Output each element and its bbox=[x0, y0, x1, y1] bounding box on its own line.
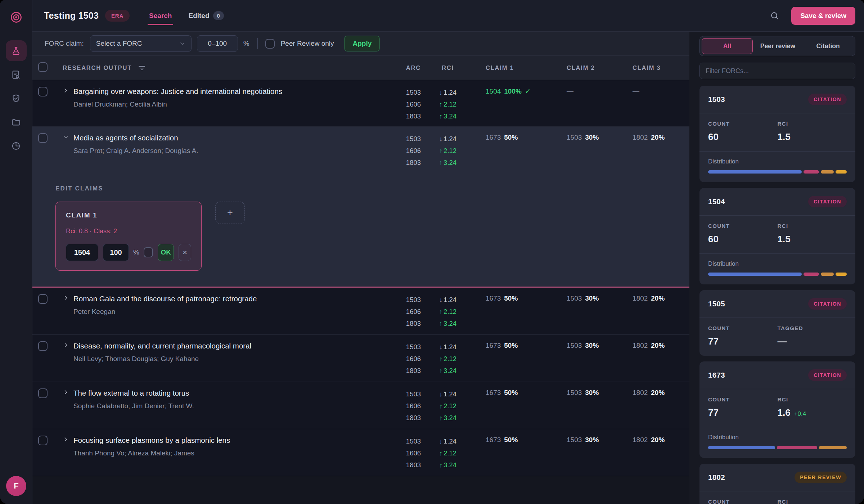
tab-citation[interactable]: Citation bbox=[803, 38, 853, 54]
table-row[interactable]: Focusing surface plasmons by a plasmonic… bbox=[32, 429, 689, 476]
trend-down-icon: ↓ bbox=[439, 343, 442, 351]
peer-review-checkbox[interactable] bbox=[265, 39, 275, 49]
select-all-checkbox[interactable] bbox=[38, 62, 48, 72]
apply-button[interactable]: Apply bbox=[344, 36, 380, 51]
sidebar-item-document-search[interactable] bbox=[6, 64, 27, 85]
add-claim-button[interactable]: + bbox=[215, 202, 245, 224]
research-output-header: RESEARCH OUTPUT bbox=[63, 64, 132, 71]
left-sidebar: F bbox=[0, 0, 32, 504]
claim-checkbox[interactable] bbox=[144, 247, 153, 257]
search-icon[interactable] bbox=[770, 10, 780, 21]
arc-codes: 150316061803 bbox=[374, 132, 421, 168]
table-row[interactable]: The flow external to a rotating torusSop… bbox=[32, 382, 689, 429]
table-row[interactable]: Roman Gaia and the discourse of patronag… bbox=[32, 288, 689, 335]
arc-codes: 150316061803 bbox=[374, 340, 421, 377]
filter-funnel-icon[interactable] bbox=[138, 64, 146, 72]
arc-codes: 150316061803 bbox=[374, 86, 421, 122]
row-checkbox[interactable] bbox=[38, 87, 48, 96]
divider bbox=[257, 38, 258, 49]
claim-percent-input[interactable] bbox=[103, 244, 129, 261]
claim-forc-input[interactable] bbox=[66, 244, 98, 261]
forc-code: 1503 bbox=[708, 95, 725, 104]
row-checkbox[interactable] bbox=[38, 294, 48, 304]
claim-remove-button[interactable]: × bbox=[179, 244, 191, 261]
row-authors: Sophie Calabretto; Jim Denier; Trent W. bbox=[73, 400, 374, 411]
col-claim2: CLAIM 2 bbox=[556, 64, 622, 71]
row-checkbox[interactable] bbox=[38, 341, 48, 351]
trend-down-icon: ↓ bbox=[439, 437, 442, 445]
chevron-right-icon[interactable] bbox=[63, 342, 69, 348]
sidebar-item-flask[interactable] bbox=[6, 40, 27, 61]
trend-up-icon: ↑ bbox=[439, 461, 442, 469]
shield-check-icon bbox=[11, 94, 21, 103]
table-row[interactable]: Bargaining over weapons: Justice and int… bbox=[32, 80, 689, 127]
forc-claim-label: FORC claim: bbox=[45, 40, 84, 48]
row-title[interactable]: Media as agents of socialization bbox=[73, 132, 374, 143]
row-authors: Thanh Phong Vo; Alireza Maleki; James bbox=[73, 447, 374, 459]
arc-codes: 150316061803 bbox=[374, 435, 421, 471]
forc-code: 1673 bbox=[708, 371, 725, 379]
forc-card[interactable]: 1673CITATIONCOUNT77RCI1.6+0.4Distributio… bbox=[699, 361, 855, 458]
row-title[interactable]: Bargaining over weapons: Justice and int… bbox=[73, 86, 374, 97]
forc-stats: COUNT7791RCI1.6+0.4 bbox=[699, 491, 855, 504]
claim-card-meta: Rci: 0.8 · Class: 2 bbox=[66, 228, 191, 235]
forc-select[interactable]: Select a FORC bbox=[90, 35, 192, 52]
tab-all[interactable]: All bbox=[702, 38, 753, 54]
forc-select-value: Select a FORC bbox=[96, 40, 179, 48]
page-title: Testing 1503 bbox=[44, 10, 99, 21]
stat-value: 77 bbox=[708, 336, 778, 347]
sidebar-item-shield-check[interactable] bbox=[6, 88, 27, 109]
main-area: FORC claim: Select a FORC % Peer Review … bbox=[32, 32, 689, 504]
app-logo[interactable] bbox=[8, 9, 24, 25]
distribution-label: Distribution bbox=[708, 260, 847, 267]
user-avatar[interactable]: F bbox=[6, 476, 26, 496]
table-row[interactable]: Media as agents of socializationSara Pro… bbox=[32, 127, 689, 173]
chevron-right-icon[interactable] bbox=[63, 295, 69, 301]
trend-down-icon: ↓ bbox=[439, 296, 442, 303]
row-checkbox[interactable] bbox=[38, 436, 48, 445]
forc-stats: COUNT60RCI1.5 bbox=[699, 113, 855, 151]
sidebar-item-pie-chart[interactable] bbox=[6, 135, 27, 156]
distribution-segment bbox=[821, 273, 833, 276]
tab-search[interactable]: Search bbox=[149, 12, 172, 20]
chevron-down-icon[interactable] bbox=[63, 134, 69, 140]
edited-count-badge: 0 bbox=[213, 11, 224, 20]
save-review-button[interactable]: Save & review bbox=[791, 7, 855, 25]
trend-up-icon: ↑ bbox=[439, 402, 442, 410]
document-search-icon bbox=[11, 70, 21, 80]
row-title[interactable]: Disease, normality, and current pharmaco… bbox=[73, 340, 374, 351]
tab-peer-review[interactable]: Peer review bbox=[753, 38, 803, 54]
stat-value: 77 bbox=[708, 407, 778, 418]
forc-filter-input[interactable] bbox=[699, 63, 855, 79]
claim-3-value: 180220% bbox=[622, 387, 684, 397]
distribution-label: Distribution bbox=[708, 158, 847, 165]
stat-label: RCI bbox=[778, 223, 847, 229]
forc-card[interactable]: 1503CITATIONCOUNT60RCI1.5Distribution bbox=[699, 86, 855, 182]
row-title[interactable]: Focusing surface plasmons by a plasmonic… bbox=[73, 435, 374, 446]
stat-label: COUNT bbox=[708, 396, 778, 402]
table-row[interactable]: Disease, normality, and current pharmaco… bbox=[32, 335, 689, 382]
row-checkbox[interactable] bbox=[38, 388, 48, 398]
chevron-right-icon[interactable] bbox=[63, 389, 69, 395]
pie-chart-icon bbox=[11, 141, 21, 151]
forc-card[interactable]: 1505CITATIONCOUNT77TAGGED— bbox=[699, 290, 855, 356]
trend-up-icon: ↑ bbox=[439, 449, 442, 457]
chevron-right-icon[interactable] bbox=[63, 436, 69, 442]
col-rci: RCI bbox=[421, 64, 475, 71]
claim-ok-button[interactable]: OK bbox=[158, 244, 174, 261]
chevron-down-icon bbox=[179, 40, 185, 47]
row-checkbox[interactable] bbox=[38, 133, 48, 143]
row-title[interactable]: The flow external to a rotating torus bbox=[73, 387, 374, 399]
forc-panel-tabs: All Peer review Citation bbox=[699, 36, 855, 56]
range-input[interactable] bbox=[197, 35, 238, 52]
trend-down-icon: ↓ bbox=[439, 390, 442, 398]
distribution-segment bbox=[804, 273, 819, 276]
forc-card[interactable]: 1802PEER REVIEWCOUNT7791RCI1.6+0.4 bbox=[699, 464, 855, 504]
tab-edited[interactable]: Edited 0 bbox=[188, 11, 224, 20]
forc-card[interactable]: 1504CITATIONCOUNT60RCI1.5Distribution bbox=[699, 188, 855, 284]
sidebar-item-folder[interactable] bbox=[6, 112, 27, 132]
distribution-segment bbox=[819, 446, 847, 449]
chevron-right-icon[interactable] bbox=[63, 87, 69, 94]
row-title[interactable]: Roman Gaia and the discourse of patronag… bbox=[73, 293, 374, 304]
stat-label: COUNT bbox=[708, 325, 778, 331]
